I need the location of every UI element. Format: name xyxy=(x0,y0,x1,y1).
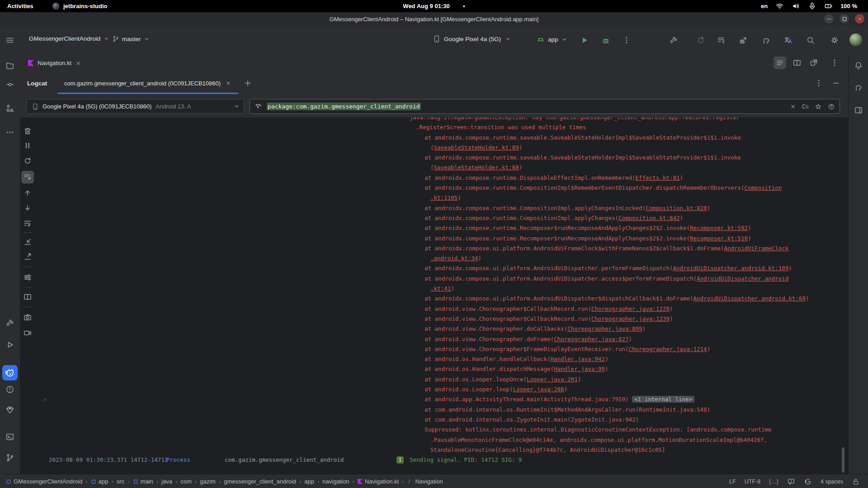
close-button[interactable] xyxy=(855,14,864,23)
export-logs-icon[interactable] xyxy=(23,252,32,261)
next-occurrence-icon[interactable] xyxy=(23,203,32,212)
stack-trace-link[interactable]: Choreographer.java:899 xyxy=(567,325,642,332)
right-stripe-running-devices-icon[interactable] xyxy=(854,106,863,115)
sidebar-item-problems-icon[interactable] xyxy=(5,385,14,394)
breadcrumb-item[interactable]: main xyxy=(133,478,153,485)
indent-widget[interactable]: 4 spaces xyxy=(821,479,843,485)
editor-tab-navigation-kt[interactable]: Navigation.kt xyxy=(24,54,86,72)
stack-trace-link[interactable]: .kt:1105 xyxy=(430,194,458,201)
device-selector[interactable]: Google Pixel 4a (5G) xyxy=(433,35,511,43)
stack-trace-link[interactable]: Choreographer.java:827 xyxy=(554,336,629,343)
google-account-icon[interactable] xyxy=(804,478,812,486)
pause-logcat-icon[interactable] xyxy=(23,141,32,150)
filter-funnel-icon[interactable] xyxy=(255,103,262,110)
scroll-to-end-icon[interactable] xyxy=(23,173,32,182)
stack-trace-link[interactable]: Looper.java:288 xyxy=(513,386,564,393)
sidebar-item-more-tools-icon[interactable] xyxy=(5,128,14,137)
import-logs-icon[interactable] xyxy=(23,237,32,246)
stack-trace-link[interactable]: Composition.kt:820 xyxy=(646,205,707,211)
close-tab-icon[interactable] xyxy=(75,60,81,66)
breadcrumb-item[interactable]: com xyxy=(180,478,192,485)
stack-trace-link[interactable]: Choreographer.java:1214 xyxy=(629,346,707,352)
sidebar-item-project-folder-icon[interactable] xyxy=(5,61,14,70)
breadcrumb-item[interactable]: src xyxy=(117,478,124,485)
stack-trace-link[interactable]: AndroidUiFrameClock xyxy=(724,245,788,252)
stack-trace-link[interactable]: .kt:41 xyxy=(430,285,451,292)
tab-options-button[interactable] xyxy=(828,56,841,69)
stack-trace-link[interactable]: Effects.kt:81 xyxy=(636,174,680,181)
avatar[interactable] xyxy=(849,33,862,46)
filter-help-icon[interactable] xyxy=(828,103,835,110)
gradle-sync-icon[interactable] xyxy=(762,36,771,45)
minimize-button[interactable] xyxy=(824,14,834,23)
stack-trace-link[interactable]: SaveableStateHolder.kt:88 xyxy=(434,164,519,171)
stack-trace-link[interactable]: Recomposer.kt:592 xyxy=(690,225,748,231)
close-logcat-tab-icon[interactable] xyxy=(225,80,231,86)
screenshot-icon[interactable] xyxy=(23,313,32,322)
build-icon[interactable] xyxy=(669,36,678,45)
problems-bubble-icon[interactable] xyxy=(787,478,795,486)
sidebar-item-build-icon[interactable] xyxy=(5,319,14,328)
line-separator-widget[interactable]: LF xyxy=(729,479,736,485)
stack-trace-link[interactable]: .android.kt:34 xyxy=(430,255,478,262)
scrollbar-thumb[interactable] xyxy=(842,447,844,473)
stack-trace-link[interactable]: Looper.java:201 xyxy=(527,376,578,383)
breadcrumb-item[interactable]: GMessengerClientAndroid xyxy=(6,478,82,485)
breadcrumb-item[interactable]: Navigation.kt xyxy=(358,478,399,485)
rerun-icon[interactable] xyxy=(696,36,705,45)
stack-trace-link[interactable]: Recomposer.kt:510 xyxy=(690,235,748,242)
breadcrumb-item[interactable]: navigation xyxy=(322,478,349,485)
favorite-filter-icon[interactable] xyxy=(815,103,822,110)
stack-trace-link[interactable]: AndroidUiDispatcher.android.kt:109 xyxy=(673,265,788,272)
split-editor-button[interactable] xyxy=(791,56,803,69)
hide-panel-icon[interactable] xyxy=(831,79,840,88)
attach-debugger-icon[interactable] xyxy=(738,36,747,45)
breadcrumb-item[interactable]: fNavigation xyxy=(407,478,443,485)
right-stripe-notifications-icon[interactable] xyxy=(854,61,863,70)
stack-trace-link[interactable]: Handler.java:99 xyxy=(554,366,605,372)
stack-trace-link[interactable]: AndroidUiDispatcher.android xyxy=(697,275,788,282)
run-button[interactable] xyxy=(580,36,589,45)
right-stripe-gradle-icon[interactable] xyxy=(854,83,863,92)
clock-area[interactable]: Wed Aug 9 01:30 xyxy=(403,0,465,12)
breadcrumb-item[interactable]: app xyxy=(304,478,314,485)
code-style-icon[interactable]: {…} xyxy=(769,479,778,485)
search-everywhere-icon[interactable] xyxy=(806,36,815,45)
encoding-widget[interactable]: UTF-8 xyxy=(745,479,760,485)
sidebar-item-logcat-active[interactable] xyxy=(2,365,18,380)
debug-button[interactable] xyxy=(601,36,610,45)
logcat-panel-title[interactable]: Logcat xyxy=(27,72,47,94)
sidebar-item-version-control-icon[interactable] xyxy=(5,453,14,462)
breadcrumb-item[interactable]: gazim xyxy=(200,478,216,485)
vcs-branch-widget[interactable]: master xyxy=(112,35,150,42)
sidebar-item-app-quality-insights-icon[interactable] xyxy=(5,405,14,414)
focused-app-indicator[interactable]: jetbrains-studio xyxy=(52,0,108,12)
maximize-button[interactable] xyxy=(840,14,849,23)
breadcrumb-item[interactable]: gmessenger_client_android xyxy=(224,478,296,485)
logcat-filter-field[interactable]: package:com.gazim.gmessenger_client_andr… xyxy=(250,99,840,114)
more-actions-kebab-icon[interactable] xyxy=(622,36,631,45)
sidebar-item-terminal-icon[interactable] xyxy=(5,432,14,441)
filter-query-text[interactable]: package:com.gazim.gmessenger_client_andr… xyxy=(267,103,421,110)
logcat-output[interactable]: java.lang.IllegalArgumentException: Key … xyxy=(36,117,848,474)
stack-trace-link[interactable]: AndroidUiDispatcher.android.kt:69 xyxy=(693,295,806,302)
stack-trace-link[interactable]: Handler.java:942 xyxy=(550,356,604,362)
sidebar-item-run-icon[interactable] xyxy=(5,340,14,349)
project-widget[interactable]: GMessengerClientAndroid xyxy=(29,35,110,42)
restore-layout-icon[interactable] xyxy=(717,36,726,45)
new-logcat-tab-icon[interactable] xyxy=(243,79,252,88)
split-panels-icon[interactable] xyxy=(23,292,32,301)
main-menu-icon[interactable] xyxy=(5,36,14,45)
logcat-device-tab[interactable]: com.gazim.gmessenger_client_android (0C0… xyxy=(57,72,238,94)
view-mode-button[interactable] xyxy=(774,56,786,69)
clear-logcat-icon[interactable] xyxy=(23,127,32,136)
breadcrumb-item[interactable]: app xyxy=(91,478,108,485)
soft-wrap-icon[interactable] xyxy=(23,219,32,228)
fold-chevron-icon[interactable]: › xyxy=(43,394,47,404)
sidebar-item-structure-icon[interactable] xyxy=(5,104,14,113)
stack-trace-link[interactable]: Composition xyxy=(744,184,782,191)
match-case-toggle[interactable]: Cc xyxy=(802,103,809,110)
stack-trace-link[interactable]: Choreographer.java:1239 xyxy=(591,315,670,322)
logcat-settings-icon[interactable] xyxy=(23,273,32,282)
activities-button[interactable]: Activities xyxy=(7,0,33,12)
